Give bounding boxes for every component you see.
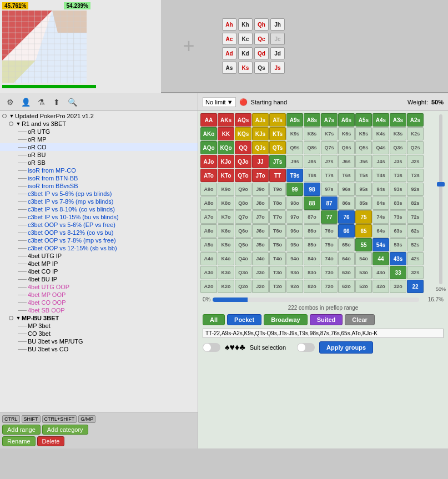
card-Kd[interactable]: Kd: [238, 47, 253, 59]
tree-item-4bet-co[interactable]: 4bet CO IP: [0, 268, 198, 275]
hand-cell[interactable]: K6o: [218, 224, 234, 238]
hand-cell[interactable]: 63o: [338, 266, 355, 279]
hand-cell[interactable]: T6s: [338, 169, 355, 182]
hand-cell[interactable]: A4o: [200, 252, 217, 265]
hand-cell[interactable]: 75o: [321, 238, 338, 251]
card-Qd[interactable]: Qd: [254, 47, 269, 59]
tree-item-c3bet-oop1215[interactable]: c3bet OOP vs 12-15% (sb vs bb): [0, 244, 198, 252]
hand-cell[interactable]: KTs: [269, 127, 286, 140]
tree-item-or-utg[interactable]: oR UTG: [0, 128, 198, 135]
hand-cell[interactable]: 54o: [355, 252, 372, 265]
hand-cell[interactable]: 44: [373, 252, 389, 265]
hand-cell[interactable]: K4s: [373, 127, 389, 140]
hand-cell[interactable]: K7o: [218, 210, 234, 224]
hand-cell[interactable]: K6s: [338, 127, 355, 140]
tree-item-4bet-mp-oop[interactable]: 4bet MP OOP: [0, 291, 198, 299]
hand-cell[interactable]: T9o: [269, 183, 286, 196]
hand-cell[interactable]: AJo: [200, 155, 217, 168]
hand-cell[interactable]: 86s: [338, 196, 355, 210]
hand-cell[interactable]: KQs: [235, 127, 251, 140]
hand-cell[interactable]: 72o: [321, 280, 338, 293]
tree-item-c3bet-78[interactable]: c3bet IP vs 7-8% (mp vs blinds): [0, 198, 198, 205]
tree-mpbu[interactable]: ▼ MP-BU 3BET: [0, 314, 198, 322]
add-range-button[interactable]: Add range: [2, 425, 41, 435]
tree-item-or-co[interactable]: oR CO: [0, 143, 198, 151]
hand-cell[interactable]: QJo: [235, 155, 251, 168]
tree-item-4bet-sb-oop[interactable]: 4bet SB OOP: [0, 306, 198, 314]
hand-cell[interactable]: A6s: [338, 113, 355, 127]
hand-cell[interactable]: 53o: [355, 266, 372, 279]
hand-cell[interactable]: 74s: [373, 210, 389, 224]
hand-cell[interactable]: T8s: [304, 169, 320, 182]
card-Ad[interactable]: Ad: [222, 47, 236, 59]
hand-cell[interactable]: Q5o: [235, 238, 251, 251]
hand-cell[interactable]: K2s: [407, 127, 424, 140]
hand-cell[interactable]: 83s: [390, 196, 406, 210]
hand-cell[interactable]: K2o: [218, 280, 234, 293]
hand-cell[interactable]: 42o: [373, 280, 389, 293]
hand-cell[interactable]: T4s: [373, 169, 389, 182]
hand-cell[interactable]: J3o: [252, 266, 269, 279]
hand-cell[interactable]: A6o: [200, 224, 217, 238]
hand-cell[interactable]: T3s: [390, 169, 406, 182]
tree-item-4bet-utg[interactable]: 4bet UTG IP: [0, 252, 198, 260]
card-Ac[interactable]: Ac: [222, 33, 236, 45]
hand-cell[interactable]: A3o: [200, 266, 217, 279]
search-icon[interactable]: 🔍: [67, 97, 78, 108]
hand-cell[interactable]: 65: [355, 224, 372, 238]
hand-cell[interactable]: A3s: [390, 113, 406, 127]
card-Jc[interactable]: Jc: [270, 33, 285, 45]
tree-item-4bet-utg-oop[interactable]: 4bet UTG OOP: [0, 283, 198, 291]
hand-cell[interactable]: 32o: [390, 280, 406, 293]
hand-cell[interactable]: J5s: [355, 155, 372, 168]
hand-cell[interactable]: T4o: [269, 252, 286, 265]
tree-item-bu3bet-co[interactable]: BU 3bet vs CO: [0, 345, 198, 353]
hand-cell[interactable]: ATs: [269, 113, 286, 127]
hand-cell[interactable]: 92s: [407, 183, 424, 196]
hand-cell[interactable]: 43o: [373, 266, 389, 279]
hand-cell[interactable]: Q2o: [235, 280, 251, 293]
tree-item-c3bet-56[interactable]: c3bet IP vs 5-6% (ep vs blinds): [0, 190, 198, 198]
hand-cell[interactable]: K3s: [390, 127, 406, 140]
upload-icon[interactable]: ⬆: [51, 97, 62, 108]
hand-cell[interactable]: JJ: [252, 155, 269, 168]
hand-cell[interactable]: 87: [321, 196, 338, 210]
rename-button[interactable]: Rename: [2, 436, 36, 446]
hand-cell[interactable]: 95o: [286, 238, 303, 251]
hand-cell[interactable]: Q3s: [390, 141, 406, 154]
hand-cell[interactable]: ATo: [200, 169, 217, 182]
hand-cell[interactable]: J5o: [252, 238, 269, 251]
hand-cell[interactable]: 77: [321, 210, 338, 224]
hand-cell[interactable]: AQs: [235, 113, 251, 127]
hand-cell[interactable]: A5s: [355, 113, 372, 127]
hand-cell[interactable]: Q9s: [286, 141, 303, 154]
tree-item-bu3bet-mputg[interactable]: BU 3bet vs MP/UTG: [0, 337, 198, 345]
hand-cell[interactable]: A2s: [407, 113, 424, 127]
hand-cell[interactable]: K8s: [304, 127, 320, 140]
hand-cell[interactable]: J8s: [304, 155, 320, 168]
hand-cell[interactable]: 93s: [390, 183, 406, 196]
tree-item-isor-bbvssb[interactable]: isoR from BBvsSB: [0, 182, 198, 190]
user-icon[interactable]: 👤: [20, 97, 31, 108]
hand-cell[interactable]: 84s: [373, 196, 389, 210]
card-Js[interactable]: Js: [270, 62, 285, 74]
hand-cell[interactable]: 92o: [286, 280, 303, 293]
hand-cell[interactable]: T2o: [269, 280, 286, 293]
tree-item-c3bet-oop812[interactable]: c3bet OOP vs 8-12% (co vs bu): [0, 229, 198, 236]
hand-cell[interactable]: 62o: [338, 280, 355, 293]
hand-cell[interactable]: 42s: [407, 252, 424, 265]
hand-cell[interactable]: AKo: [200, 127, 217, 140]
card-Jh[interactable]: Jh: [270, 18, 285, 31]
hand-cell[interactable]: T5o: [269, 238, 286, 251]
hand-cell[interactable]: J7o: [252, 210, 269, 224]
no-limit-dropdown[interactable]: No limit ▼: [203, 97, 236, 107]
settings-icon[interactable]: ⚙: [4, 97, 16, 108]
hand-cell[interactable]: J8o: [252, 196, 269, 210]
hand-cell[interactable]: 64o: [338, 252, 355, 265]
hand-cell[interactable]: JTo: [252, 169, 269, 182]
hand-cell[interactable]: 94o: [286, 252, 303, 265]
hand-cell[interactable]: K8o: [218, 196, 234, 210]
all-button[interactable]: All: [203, 314, 225, 325]
hand-cell[interactable]: 76: [338, 210, 355, 224]
hand-cell[interactable]: T7s: [321, 169, 338, 182]
